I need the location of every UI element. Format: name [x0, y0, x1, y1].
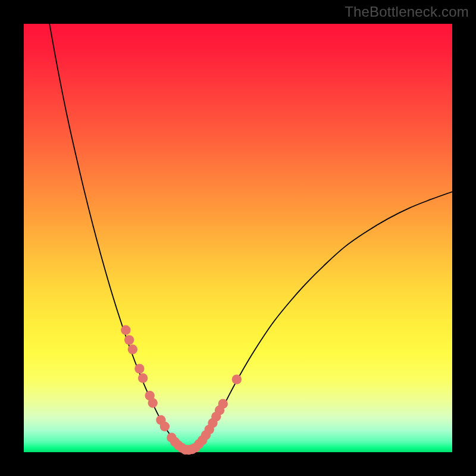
chart-frame: TheBottleneck.com [0, 0, 476, 476]
curve-group [49, 24, 452, 450]
scatter-dots [121, 325, 242, 455]
scatter-dot [160, 422, 170, 431]
scatter-dot [128, 345, 137, 354]
plot-area [24, 24, 452, 452]
watermark-label: TheBottleneck.com [345, 4, 469, 20]
curve-right-branch [187, 192, 452, 450]
scatter-dot [148, 398, 158, 408]
curve-left-branch [49, 24, 186, 450]
scatter-dot [124, 335, 134, 345]
scatter-dot [232, 374, 242, 384]
scatter-dot [121, 325, 130, 335]
scatter-dot [218, 399, 228, 408]
chart-svg [24, 24, 452, 452]
scatter-dot [134, 364, 144, 373]
scatter-dot [138, 373, 148, 383]
